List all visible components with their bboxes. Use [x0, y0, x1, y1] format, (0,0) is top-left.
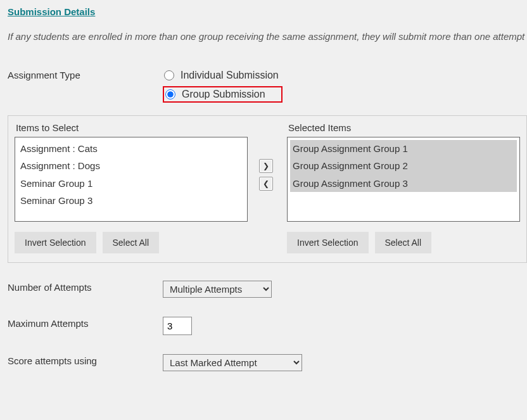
- list-item[interactable]: Assignment : Cats: [18, 140, 244, 157]
- radio-group-label: Group Submission: [182, 89, 265, 100]
- list-item[interactable]: Seminar Group 3: [18, 192, 244, 209]
- assignment-type-label: Assignment Type: [8, 68, 163, 80]
- right-invert-selection-button[interactable]: Invert Selection: [287, 232, 369, 253]
- items-to-select-list[interactable]: Assignment : Cats Assignment : Dogs Semi…: [15, 137, 248, 222]
- items-to-select-title: Items to Select: [15, 122, 248, 133]
- radio-group-input[interactable]: [165, 89, 175, 99]
- transfer-buttons: ❯ ❮: [259, 122, 276, 191]
- chevron-right-icon: ❯: [263, 162, 269, 170]
- list-item[interactable]: Group Assignment Group 2: [290, 157, 517, 174]
- score-attempts-label: Score attempts using: [8, 354, 163, 366]
- items-to-select-panel: Items to Select Assignment : Cats Assign…: [15, 122, 248, 253]
- selected-items-title: Selected Items: [287, 122, 520, 133]
- radio-group[interactable]: Group Submission: [163, 86, 283, 103]
- left-invert-selection-button[interactable]: Invert Selection: [15, 232, 96, 253]
- left-select-all-button[interactable]: Select All: [103, 232, 160, 253]
- selected-items-panel: Selected Items Group Assignment Group 1 …: [287, 122, 520, 253]
- number-of-attempts-label: Number of Attempts: [8, 281, 163, 293]
- radio-individual-input[interactable]: [164, 70, 174, 80]
- list-item[interactable]: Group Assignment Group 3: [290, 175, 517, 192]
- info-text: If any students are enrolled in more tha…: [8, 30, 527, 43]
- list-item[interactable]: Assignment : Dogs: [18, 157, 244, 174]
- chevron-left-icon: ❮: [263, 179, 269, 188]
- list-item[interactable]: Group Assignment Group 1: [290, 140, 517, 157]
- maximum-attempts-label: Maximum Attempts: [8, 317, 163, 329]
- score-attempts-select[interactable]: Last Marked Attempt: [163, 354, 302, 371]
- assignment-type-radio-group: Individual Submission Group Submission: [163, 68, 283, 103]
- maximum-attempts-input[interactable]: [163, 317, 192, 335]
- move-right-button[interactable]: ❯: [259, 159, 273, 173]
- radio-individual-label: Individual Submission: [181, 70, 279, 81]
- section-title[interactable]: Submission Details: [8, 6, 527, 17]
- selected-items-list[interactable]: Group Assignment Group 1 Group Assignmen…: [287, 137, 520, 222]
- number-of-attempts-select[interactable]: Multiple Attempts: [163, 281, 272, 298]
- radio-individual[interactable]: Individual Submission: [163, 68, 283, 82]
- dual-list-box: Items to Select Assignment : Cats Assign…: [8, 115, 527, 263]
- right-select-all-button[interactable]: Select All: [375, 232, 432, 253]
- move-left-button[interactable]: ❮: [259, 177, 273, 191]
- list-item[interactable]: Seminar Group 1: [18, 175, 244, 192]
